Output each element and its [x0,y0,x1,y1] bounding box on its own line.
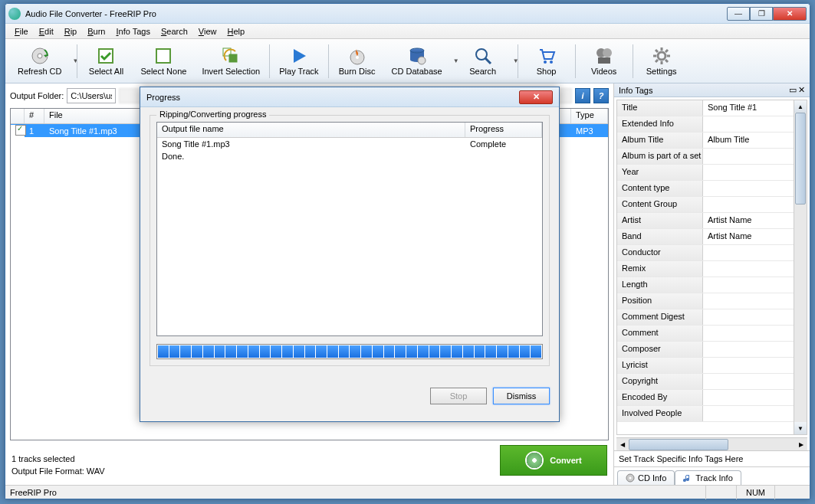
tag-value[interactable] [703,277,794,293]
convert-button[interactable]: Convert [500,445,607,476]
help-button[interactable]: ? [593,88,609,103]
menu-help[interactable]: Help [222,25,249,38]
dropdown-arrow-icon[interactable]: ▼ [450,57,456,64]
svg-line-25 [656,60,658,62]
svg-point-13 [544,61,547,64]
tag-value[interactable] [703,358,794,373]
tag-value[interactable] [703,149,794,164]
scroll-right-icon[interactable]: ▶ [795,441,807,448]
cd-icon [626,473,635,483]
panel-float-icon[interactable]: ▭ [789,85,797,95]
shop-button[interactable]: Shop [520,41,573,81]
tag-value[interactable] [703,293,794,309]
scroll-up-icon[interactable]: ▲ [794,100,807,113]
select-none-button[interactable]: Select None [133,41,194,81]
tag-value[interactable]: Artist Name [703,213,794,228]
set-specific-link[interactable]: Set Track Specific Info Tags Here [614,450,810,466]
menu-burn[interactable]: Burn [83,25,110,38]
tag-row[interactable]: BandArtist Name [617,229,794,245]
tag-row[interactable]: ArtistArtist Name [617,213,794,229]
tag-value[interactable] [703,309,794,325]
menu-info-tags[interactable]: Info Tags [111,25,154,38]
output-folder-field[interactable] [67,88,116,103]
tag-value[interactable] [703,406,794,421]
col-type[interactable]: Type [571,109,608,123]
tag-value[interactable] [703,390,794,405]
col-output-file[interactable]: Output file name [157,123,465,137]
hscroll-thumb[interactable] [629,439,728,450]
menu-view[interactable]: View [194,25,222,38]
videos-button[interactable]: Videos [577,41,631,81]
tag-value[interactable] [703,374,794,389]
tag-row[interactable]: Remix [617,261,794,277]
vertical-scrollbar[interactable]: ▲ ▼ [794,100,807,434]
tag-row[interactable]: Comment Digest [617,309,794,326]
invert-selection-button[interactable]: Invert Selection [194,41,268,81]
dismiss-button[interactable]: Dismiss [493,388,550,404]
menu-edit[interactable]: Edit [35,25,58,38]
cd-database-button[interactable]: CD Database [384,41,450,81]
tag-row[interactable]: Conductor [617,245,794,261]
dialog-titlebar[interactable]: Progress ✕ [140,87,559,107]
titlebar[interactable]: Audio File Converter - FreeRIP Pro — ❐ ✕ [5,4,810,24]
info-button[interactable]: i [575,88,590,103]
tag-row[interactable]: Lyricist [617,358,794,374]
tag-value[interactable] [703,245,794,260]
progress-row: Song Title #1.mp3Complete [157,138,542,150]
tag-value[interactable] [703,261,794,277]
tag-value[interactable] [703,181,794,196]
tag-row[interactable]: Encoded By [617,390,794,406]
tag-row[interactable]: Extended Info [617,116,794,133]
tag-value[interactable]: Artist Name [703,229,794,244]
tag-row[interactable]: Length [617,277,794,293]
tag-row[interactable]: Copyright [617,374,794,390]
scroll-down-icon[interactable]: ▼ [794,422,807,434]
tag-row[interactable]: Album TitleAlbum Title [617,133,794,149]
tag-value[interactable] [703,165,794,180]
tag-row[interactable]: Content Group [617,197,794,213]
tab-cd-info[interactable]: CD Info [617,470,675,485]
tag-row[interactable]: Position [617,293,794,309]
select-all-button[interactable]: Select All [79,41,133,81]
row-checkbox[interactable] [15,125,26,136]
tag-row[interactable]: Comment [617,326,794,342]
tag-value[interactable] [703,116,794,132]
tag-value[interactable]: Song Title #1 [703,100,794,116]
tag-value[interactable] [703,342,794,357]
minimize-button[interactable]: — [727,7,750,21]
col-num[interactable]: # [25,109,44,123]
tag-row[interactable]: Involved People [617,406,794,422]
horizontal-scrollbar[interactable]: ◀ ▶ [616,437,807,450]
search-button[interactable]: Search [456,41,510,81]
tag-row[interactable]: Composer [617,342,794,358]
dropdown-arrow-icon[interactable]: ▼ [510,57,516,64]
scroll-thumb[interactable] [795,113,806,205]
refresh-cd-button[interactable]: Refresh CD [10,41,69,81]
panel-close-icon[interactable]: ✕ [798,85,805,95]
play-track-button[interactable]: Play Track [271,41,326,81]
burn-disc-button[interactable]: Burn Disc [330,41,384,81]
cd-refresh-icon [31,47,49,65]
tag-row[interactable]: Content type [617,181,794,197]
tag-value[interactable] [703,197,794,212]
menu-search[interactable]: Search [156,25,192,38]
svg-rect-5 [229,54,237,62]
menu-rip[interactable]: Rip [60,25,82,38]
tag-row[interactable]: TitleSong Title #1 [617,100,794,116]
settings-button[interactable]: Settings [635,41,688,81]
tag-row[interactable]: Year [617,165,794,181]
maximize-button[interactable]: ❐ [750,7,773,21]
col-progress[interactable]: Progress [465,123,542,137]
tab-track-info[interactable]: Track Info [675,470,741,485]
menu-file[interactable]: File [10,25,33,38]
dropdown-arrow-icon[interactable]: ▼ [69,57,75,64]
tag-value[interactable] [703,326,794,341]
tag-value[interactable]: Album Title [703,133,794,148]
close-button[interactable]: ✕ [773,7,807,21]
tag-row[interactable]: Album is part of a set [617,149,794,165]
tag-grid[interactable]: TitleSong Title #1Extended InfoAlbum Tit… [617,100,794,434]
dialog-close-button[interactable]: ✕ [519,90,553,104]
cd-icon [525,451,544,470]
progress-list[interactable]: Output file name Progress Song Title #1.… [156,122,543,336]
scroll-left-icon[interactable]: ◀ [616,441,629,448]
